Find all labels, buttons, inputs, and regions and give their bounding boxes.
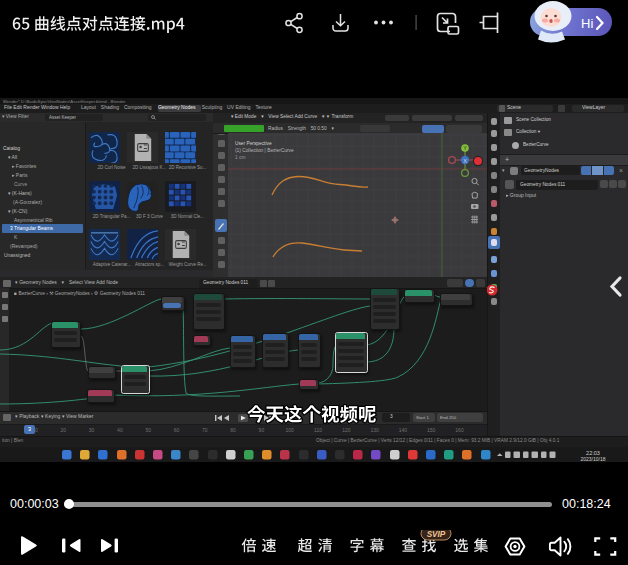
- svg-text:130: 130: [370, 427, 379, 433]
- svg-text:30: 30: [89, 427, 95, 433]
- svg-text:70: 70: [202, 427, 208, 433]
- svg-text:60: 60: [174, 427, 180, 433]
- svg-text:150: 150: [427, 427, 436, 433]
- svg-text:90: 90: [259, 427, 265, 433]
- svg-text:80: 80: [230, 427, 236, 433]
- svg-text:20: 20: [61, 427, 67, 433]
- svg-text:120: 120: [342, 427, 351, 433]
- svg-text:160: 160: [455, 427, 464, 433]
- svg-text:100: 100: [286, 427, 295, 433]
- svg-text:140: 140: [399, 427, 408, 433]
- svg-text:Hi: Hi: [581, 16, 593, 31]
- svg-text:50: 50: [145, 427, 151, 433]
- svg-text:X: X: [463, 158, 467, 164]
- svg-text:2023/10/18: 2023/10/18: [580, 456, 605, 462]
- svg-text:110: 110: [314, 427, 322, 433]
- svg-text:40: 40: [117, 427, 123, 433]
- svg-text:SVIP: SVIP: [427, 530, 446, 539]
- svg-text:Y: Y: [463, 145, 467, 151]
